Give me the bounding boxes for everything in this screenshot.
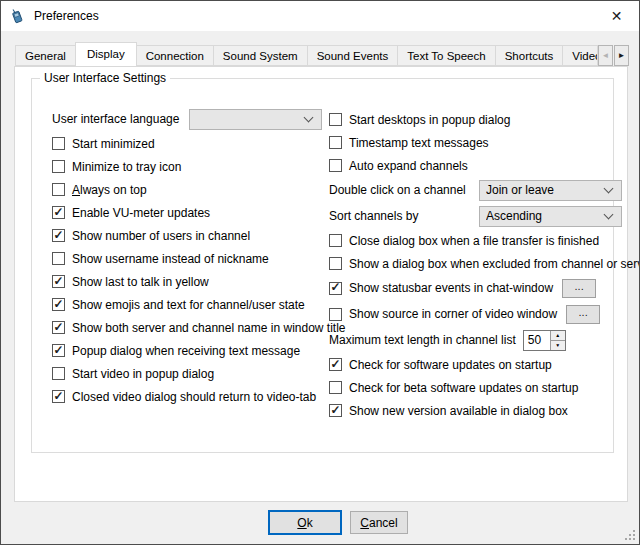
spin-up-button[interactable]: ▲ bbox=[550, 331, 565, 340]
checkbox-label: Timestamp text messages bbox=[349, 136, 489, 150]
checkbox[interactable] bbox=[329, 113, 342, 126]
tab-sound-system[interactable]: Sound System bbox=[213, 45, 308, 66]
spin-down-button[interactable]: ▼ bbox=[550, 340, 565, 350]
tab-general[interactable]: General bbox=[15, 45, 76, 66]
checkbox-label: Start video in popup dialog bbox=[72, 367, 214, 381]
tab-shortcuts[interactable]: Shortcuts bbox=[495, 45, 564, 66]
checkbox[interactable]: ✓ bbox=[52, 321, 65, 334]
checkbox[interactable]: ✓ bbox=[52, 275, 65, 288]
more-button[interactable]: ... bbox=[562, 279, 596, 298]
tab-scroll-buttons: ◄ ► bbox=[598, 45, 629, 66]
ok-button[interactable]: Ok bbox=[268, 510, 342, 535]
resize-grip-icon bbox=[624, 529, 636, 541]
dropdown[interactable]: Join or leave bbox=[479, 180, 622, 201]
tab-connection[interactable]: Connection bbox=[136, 45, 214, 66]
checkbox-label: Start minimized bbox=[72, 137, 155, 151]
preferences-dialog: { "window": { "title": "Preferences" }, … bbox=[0, 0, 640, 545]
check-icon: ✓ bbox=[53, 344, 63, 356]
more-button[interactable]: ... bbox=[566, 305, 600, 324]
checkbox-label: Closed video dialog should return to vid… bbox=[72, 390, 316, 404]
checkbox-label: Popup dialog when receiving text message bbox=[72, 344, 300, 358]
checkbox[interactable] bbox=[52, 137, 65, 150]
checkbox[interactable]: ✓ bbox=[52, 344, 65, 357]
checkbox[interactable]: ✓ bbox=[52, 298, 65, 311]
checkbox[interactable]: ✓ bbox=[52, 206, 65, 219]
checkbox-row[interactable]: ✓Show statusbar events in chat-window... bbox=[329, 275, 640, 301]
checkbox-row[interactable]: Start minimized bbox=[52, 132, 346, 155]
tab-strip: GeneralDisplayConnectionSound SystemSoun… bbox=[15, 43, 598, 66]
checkbox-row[interactable]: ✓Show last to talk in yellow bbox=[52, 270, 346, 293]
checkbox-row[interactable]: Start desktops in popup dialog bbox=[329, 108, 640, 131]
tab-video[interactable]: Video bbox=[562, 45, 598, 66]
tab-scroll-left-button[interactable]: ◄ bbox=[598, 45, 613, 66]
tab-label: Text To Speech bbox=[407, 50, 485, 62]
close-button[interactable]: ✕ bbox=[594, 1, 639, 31]
user-interface-settings-group: User Interface Settings User interface l… bbox=[31, 78, 614, 453]
spinner-buttons: ▲▼ bbox=[550, 331, 565, 350]
checkbox[interactable] bbox=[329, 136, 342, 149]
checkbox[interactable] bbox=[52, 252, 65, 265]
resize-grip[interactable] bbox=[624, 529, 636, 541]
checkbox[interactable] bbox=[52, 160, 65, 173]
checkbox[interactable] bbox=[329, 381, 342, 394]
checkbox-label: Check for software updates on startup bbox=[349, 358, 552, 372]
checkbox[interactable] bbox=[329, 308, 342, 321]
tab-sound-events[interactable]: Sound Events bbox=[307, 45, 399, 66]
language-dropdown[interactable] bbox=[189, 109, 322, 130]
checkbox-row[interactable]: Auto expand channels bbox=[329, 154, 640, 177]
checkbox-row[interactable]: ✓Check for software updates on startup bbox=[329, 353, 640, 376]
dropdown[interactable]: Ascending bbox=[479, 206, 622, 227]
checkbox[interactable]: ✓ bbox=[329, 358, 342, 371]
checkbox-label: Minimize to tray icon bbox=[72, 160, 181, 174]
tab-display[interactable]: Display bbox=[75, 42, 137, 66]
checkbox-row[interactable]: ✓Closed video dialog should return to vi… bbox=[52, 385, 346, 408]
check-icon: ✓ bbox=[53, 390, 63, 402]
checkbox[interactable]: ✓ bbox=[329, 282, 342, 295]
checkbox-label: Show source in corner of video window bbox=[349, 307, 557, 321]
checkbox-row[interactable]: Show a dialog box when excluded from cha… bbox=[329, 252, 640, 275]
checkbox-row[interactable]: Show source in corner of video window... bbox=[329, 301, 640, 327]
cancel-button[interactable]: Cancel bbox=[350, 511, 408, 534]
checkbox-row[interactable]: ✓Enable VU-meter updates bbox=[52, 201, 346, 224]
checkbox-row[interactable]: Check for beta software updates on start… bbox=[329, 376, 640, 399]
checkbox[interactable] bbox=[52, 183, 65, 196]
checkbox[interactable]: ✓ bbox=[52, 229, 65, 242]
checkbox-row[interactable]: ✓Show emojis and text for channel/user s… bbox=[52, 293, 346, 316]
spinner-value[interactable]: 50 bbox=[524, 331, 550, 350]
checkbox-row[interactable]: Always on top bbox=[52, 178, 346, 201]
checkbox-row[interactable]: ✓Show both server and channel name in wi… bbox=[52, 316, 346, 339]
checkbox-label: Always on top bbox=[72, 183, 147, 197]
checkbox-row[interactable]: ✓Show new version available in dialog bo… bbox=[329, 399, 640, 422]
check-icon: ✓ bbox=[330, 404, 340, 416]
checkbox-label: Show new version available in dialog box bbox=[349, 404, 568, 418]
checkbox-row[interactable]: ✓Popup dialog when receiving text messag… bbox=[52, 339, 346, 362]
titlebar: Preferences ✕ bbox=[1, 1, 639, 31]
checkbox[interactable] bbox=[52, 367, 65, 380]
language-label: User interface language bbox=[52, 112, 189, 126]
checkbox[interactable] bbox=[329, 234, 342, 247]
chevron-down-icon bbox=[604, 210, 614, 220]
check-icon: ✓ bbox=[53, 321, 63, 333]
tab-label: Connection bbox=[146, 50, 204, 62]
chevron-down-icon bbox=[604, 184, 614, 194]
arrow-left-icon: ◄ bbox=[602, 51, 610, 60]
checkbox[interactable] bbox=[329, 257, 342, 270]
checkbox-row[interactable]: Start video in popup dialog bbox=[52, 362, 346, 385]
checkbox-row[interactable]: Timestamp text messages bbox=[329, 131, 640, 154]
checkbox-row[interactable]: Show username instead of nickname bbox=[52, 247, 346, 270]
dropdown-value: Ascending bbox=[486, 209, 599, 223]
tab-scroll-right-button[interactable]: ► bbox=[614, 45, 629, 66]
number-spinner[interactable]: 50▲▼ bbox=[523, 330, 566, 351]
checkbox[interactable]: ✓ bbox=[329, 404, 342, 417]
checkbox-row[interactable]: Minimize to tray icon bbox=[52, 155, 346, 178]
tab-text-to-speech[interactable]: Text To Speech bbox=[397, 45, 495, 66]
checkbox-label: Show a dialog box when excluded from cha… bbox=[349, 257, 640, 271]
checkbox[interactable] bbox=[329, 159, 342, 172]
check-icon: ✓ bbox=[53, 298, 63, 310]
tab-label: Shortcuts bbox=[505, 50, 554, 62]
checkbox-row[interactable]: ✓Show number of users in channel bbox=[52, 224, 346, 247]
checkbox[interactable]: ✓ bbox=[52, 390, 65, 403]
checkbox-row[interactable]: Close dialog box when a file transfer is… bbox=[329, 229, 640, 252]
language-row: User interface language bbox=[52, 108, 322, 130]
check-icon: ✓ bbox=[330, 281, 340, 293]
